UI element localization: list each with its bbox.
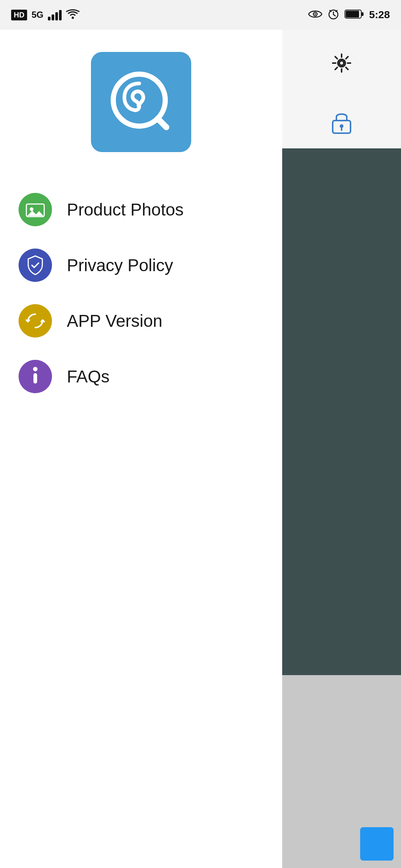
lock-icon[interactable] — [327, 108, 356, 137]
main-panel: Product Photos Privacy Policy — [0, 30, 282, 868]
product-photos-icon — [19, 193, 52, 226]
right-panel-bottom — [282, 675, 401, 868]
svg-point-12 — [339, 61, 344, 65]
svg-line-5 — [333, 14, 335, 16]
svg-point-2 — [314, 13, 316, 15]
app-logo — [91, 52, 191, 152]
alarm-icon — [327, 8, 339, 22]
right-panel-top — [282, 30, 401, 148]
menu-item-faqs[interactable]: FAQs — [19, 349, 264, 404]
product-photos-label: Product Photos — [67, 200, 184, 220]
app-version-icon — [19, 304, 52, 338]
eye-icon — [308, 9, 322, 20]
faqs-icon — [19, 360, 52, 393]
svg-rect-9 — [346, 11, 359, 17]
menu-item-app-version[interactable]: APP Version — [19, 293, 264, 349]
hd-badge: HD — [11, 10, 27, 20]
svg-point-20 — [33, 367, 38, 371]
svg-rect-10 — [362, 12, 363, 16]
5g-badge: 5G — [32, 10, 43, 20]
status-right: 5:28 — [308, 8, 390, 22]
privacy-policy-label: Privacy Policy — [67, 255, 173, 275]
menu-item-privacy-policy[interactable]: Privacy Policy — [19, 237, 264, 293]
menu-list: Product Photos Privacy Policy — [0, 182, 282, 404]
svg-point-19 — [30, 207, 33, 211]
gear-icon[interactable] — [327, 48, 356, 78]
svg-rect-21 — [33, 373, 37, 384]
signal-bars-icon — [48, 9, 62, 20]
right-panel — [282, 30, 401, 868]
menu-item-product-photos[interactable]: Product Photos — [19, 182, 264, 237]
privacy-policy-icon — [19, 249, 52, 282]
svg-line-17 — [158, 119, 166, 127]
battery-icon — [345, 9, 364, 20]
right-panel-middle — [282, 148, 401, 675]
faqs-label: FAQs — [67, 366, 110, 387]
clock-time: 5:28 — [369, 9, 390, 21]
blue-square — [360, 827, 394, 861]
wifi-icon — [66, 9, 79, 21]
app-version-label: APP Version — [67, 311, 162, 331]
status-bar: HD 5G — [0, 0, 401, 30]
svg-point-0 — [72, 17, 74, 19]
status-left: HD 5G — [11, 9, 79, 21]
